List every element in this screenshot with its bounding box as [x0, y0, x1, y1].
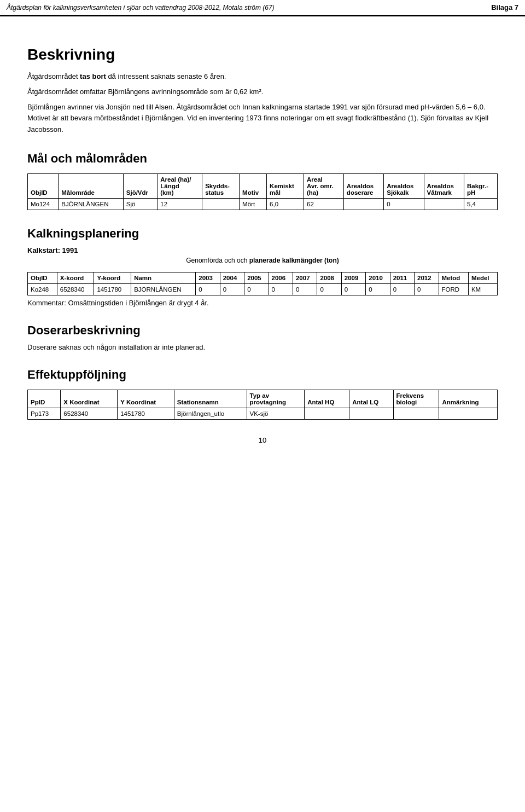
mal-col-sjo: Sjö/Vdr: [123, 173, 157, 198]
effekt-col-xkoord: X Koordinat: [61, 390, 118, 408]
mal-col-arealdos-vat: ArealdosVåtmark: [424, 173, 464, 198]
effekt-xkoord-val: 6528340: [61, 408, 118, 419]
mal-arealdos-vat-val: [424, 198, 464, 210]
effekt-ykoord-val: 1451780: [118, 408, 174, 419]
mal-objid: Mo124: [28, 198, 59, 210]
effekt-table-section: PpID X Koordinat Y Koordinat Stationsnam…: [27, 390, 498, 420]
mal-motiv-val: Mört: [240, 198, 267, 210]
page-number: 10: [27, 436, 498, 455]
effekt-typ-val: VK-sjö: [247, 408, 305, 419]
kalk-col-2006: 2006: [269, 272, 293, 283]
kalk-col-ykoord: Y-koord: [94, 272, 131, 283]
mal-col-objid: ObjID: [28, 173, 59, 198]
kalk-metod-val: FORD: [439, 283, 468, 295]
effekt-table: PpID X Koordinat Y Koordinat Stationsnam…: [27, 390, 498, 420]
mal-col-kemiskt: Kemisktmål: [267, 173, 304, 198]
effekt-stationsnamn-val: Björnlången_utlo: [174, 408, 247, 419]
doserare-heading: Doserarbeskrivning: [27, 323, 498, 338]
kalk-col-2008: 2008: [317, 272, 341, 283]
kalkstart-label: Kalkstart: 1991: [27, 246, 498, 254]
effekt-col-hq: Antal HQ: [305, 390, 349, 408]
kalk-col-2012: 2012: [415, 272, 439, 283]
kalk-v2009: 0: [341, 283, 365, 295]
effekt-col-anmarkning: Anmärkning: [439, 390, 498, 408]
effekt-col-typ: Typ avprovtagning: [247, 390, 305, 408]
kalknings-heading: Kalkningsplanering: [27, 227, 498, 241]
genomforda-text: Genomförda och och planerade kalkmängder…: [186, 257, 339, 264]
kalk-xkoord-val: 6528340: [57, 283, 94, 295]
mal-areal-val: 12: [158, 198, 202, 210]
beskrivning-text1: Åtgärdsområdet tas bort då intressent sa…: [27, 72, 226, 80]
kalk-v2005: 0: [244, 283, 269, 295]
mal-col-areal: Areal (ha)/Längd(km): [158, 173, 202, 198]
effekt-anmarkning-val: [439, 408, 498, 419]
kalk-v2008: 0: [317, 283, 341, 295]
header-title: Åtgärdsplan för kalkningsverksamheten i …: [7, 4, 275, 11]
kalk-col-namn: Namn: [131, 272, 196, 283]
kalk-col-2011: 2011: [390, 272, 414, 283]
mal-table-section: ObjID Målområde Sjö/Vdr Areal (ha)/Längd…: [27, 173, 498, 210]
kalk-objid-val: Ko248: [28, 283, 57, 295]
mal-col-areal-avr: ArealAvr. omr.(ha): [304, 173, 344, 198]
kommentar-text: Kommentar: Omsättningstiden i Björnlånge…: [27, 299, 498, 307]
mal-sjo-vdr: Sjö: [123, 198, 157, 210]
kalk-v2011: 0: [390, 283, 414, 295]
kalk-col-metod: Metod: [439, 272, 468, 283]
kalk-v2007: 0: [293, 283, 317, 295]
beskrivning-text2: Åtgärdsområdet omfattar Björnlångens avr…: [27, 88, 263, 96]
mal-arealdos-dos-val: [343, 198, 383, 210]
kalknings-header-row: ObjID X-koord Y-koord Namn 2003 2004 200…: [28, 272, 498, 283]
beskrivning-p1: Åtgärdsområdet tas bort då intressent sa…: [27, 71, 498, 82]
beskrivning-heading: Beskrivning: [27, 46, 498, 63]
kalk-ykoord-val: 1451780: [94, 283, 131, 295]
mal-col-malomrade: Målområde: [59, 173, 124, 198]
effekt-lq-val: [349, 408, 393, 419]
kalk-col-2003: 2003: [196, 272, 220, 283]
kalk-v2006: 0: [269, 283, 293, 295]
mal-table: ObjID Målområde Sjö/Vdr Areal (ha)/Längd…: [27, 173, 498, 210]
header-bilaga: Bilaga 7: [491, 3, 518, 11]
effekt-col-ppid: PpID: [28, 390, 61, 408]
mal-col-arealdos-dos: Arealdosdoserare: [343, 173, 383, 198]
kalk-col-medel: Medel: [468, 272, 497, 283]
mal-col-bakgr: Bakgr.-pH: [464, 173, 497, 198]
kalk-namn-val: BJÖRNLÅNGEN: [131, 283, 196, 295]
beskrivning-p2: Åtgärdsområdet omfattar Björnlångens avr…: [27, 86, 498, 97]
effekt-col-stationsnamn: Stationsnamn: [174, 390, 247, 408]
kalk-v2003: 0: [196, 283, 220, 295]
mal-table-header-row: ObjID Målområde Sjö/Vdr Areal (ha)/Längd…: [28, 173, 498, 198]
kalk-col-xkoord: X-koord: [57, 272, 94, 283]
main-content: Beskrivning Åtgärdsområdet tas bort då i…: [0, 16, 525, 477]
effekt-frekvens-val: [393, 408, 439, 419]
kalk-col-2010: 2010: [366, 272, 390, 283]
mal-areal-avr-val: 62: [304, 198, 344, 210]
beskrivning-p3: Björnlången avrinner via Jonsjön ned til…: [27, 102, 498, 135]
mal-col-arealdos-sjok: ArealdosSjökalk: [384, 173, 424, 198]
mal-heading: Mål och målområden: [27, 152, 498, 166]
kalk-col-objid: ObjID: [28, 272, 57, 283]
kalk-v2012: 0: [415, 283, 439, 295]
beskrivning-text3: Björnlången avrinner via Jonsjön ned til…: [27, 103, 488, 133]
effekt-col-lq: Antal LQ: [349, 390, 393, 408]
mal-table-row: Mo124 BJÖRNLÅNGEN Sjö 12 Mört 6,0 62 0 5…: [28, 198, 498, 210]
mal-malomrade: BJÖRNLÅNGEN: [59, 198, 124, 210]
kalk-medel-val: KM: [468, 283, 497, 295]
kalk-col-2009: 2009: [341, 272, 365, 283]
mal-kemiskt-val: 6,0: [267, 198, 304, 210]
kalk-col-2007: 2007: [293, 272, 317, 283]
kalk-col-2005: 2005: [244, 272, 269, 283]
mal-skydds-val: [202, 198, 240, 210]
header: Åtgärdsplan för kalkningsverksamheten i …: [0, 0, 525, 16]
genomforda-label: Genomförda och och planerade kalkmängder…: [27, 257, 498, 264]
mal-col-skydds: Skydds-status: [202, 173, 240, 198]
kalknings-table-row: Ko248 6528340 1451780 BJÖRNLÅNGEN 0 0 0 …: [28, 283, 498, 295]
effekt-header-row: PpID X Koordinat Y Koordinat Stationsnam…: [28, 390, 498, 408]
effekt-ppid-val: Pp173: [28, 408, 61, 419]
mal-arealdos-sjok-val: 0: [384, 198, 424, 210]
mal-bakgr-val: 5,4: [464, 198, 497, 210]
kalknings-table-section: ObjID X-koord Y-koord Namn 2003 2004 200…: [27, 272, 498, 295]
kalk-col-2004: 2004: [220, 272, 244, 283]
effekt-hq-val: [305, 408, 349, 419]
mal-col-motiv: Motiv: [240, 173, 267, 198]
effekt-col-frekvens: Frekvensbiologi: [393, 390, 439, 408]
